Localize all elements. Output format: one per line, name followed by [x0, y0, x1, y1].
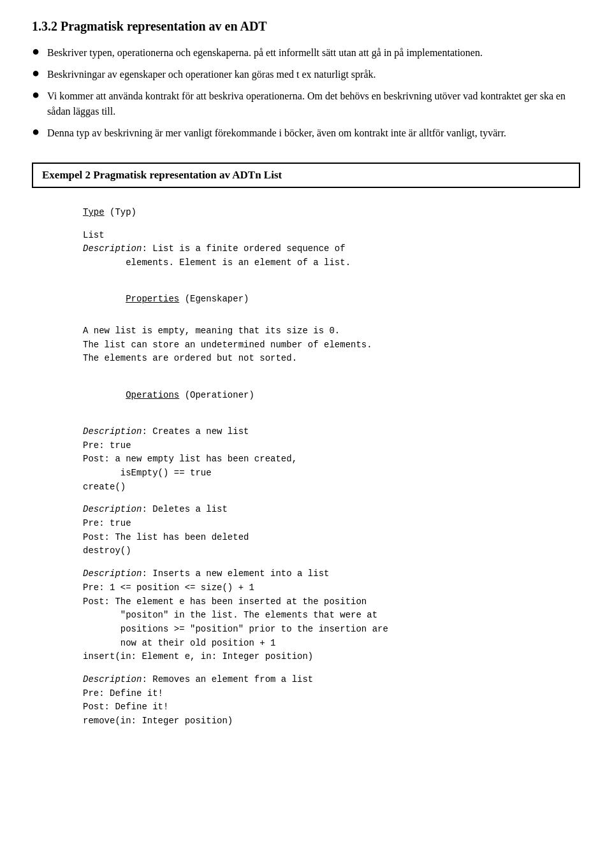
op1-desc-keyword: Description — [83, 426, 142, 437]
description-keyword: Description — [83, 243, 142, 254]
properties-block: Properties (Egenskaper) A new list is em… — [83, 279, 580, 366]
op2-desc-keyword: Description — [83, 504, 142, 514]
type-label: Type — [83, 207, 105, 217]
op4-block: Description: Removes an element from a l… — [83, 673, 580, 728]
type-comment: (Typ) — [110, 207, 136, 217]
bullet-text-1: Beskriver typen, operationerna och egens… — [47, 45, 483, 61]
op4-post: Post: Define it! — [83, 700, 580, 714]
op3-block: Description: Inserts a new element into … — [83, 567, 580, 664]
bullet-dot-4: ● — [32, 124, 40, 139]
operations-label: Operations — [126, 390, 179, 400]
bullet-text-4: Denna typ av beskrivning är mer vanligt … — [47, 126, 506, 141]
op3-pre: Pre: 1 <= position <= size() + 1 — [83, 581, 580, 595]
op3-description: Description: Inserts a new element into … — [83, 567, 580, 581]
op2-description: Description: Deletes a list — [83, 503, 580, 517]
op4-signature: remove(in: Integer position) — [83, 714, 580, 728]
operations-block: Operations (Operationer) — [83, 375, 580, 416]
op1-block: Description: Creates a new list Pre: tru… — [83, 425, 580, 494]
operations-label-line: Operations (Operationer) — [83, 375, 580, 416]
bullet-item-2: ● Beskrivningar av egenskaper och operat… — [32, 67, 580, 82]
bullet-item-1: ● Beskriver typen, operationerna och ege… — [32, 45, 580, 61]
bullet-item-4: ● Denna typ av beskrivning är mer vanlig… — [32, 126, 580, 141]
op4-pre: Pre: Define it! — [83, 687, 580, 701]
bullet-text-3: Vi kommer att använda kontrakt för att b… — [47, 89, 580, 119]
op2-signature: destroy() — [83, 544, 580, 558]
code-section: Type (Typ) List Description: List is a f… — [83, 206, 580, 728]
list-name-line: List — [83, 229, 580, 243]
section-heading: 1.3.2 Pragmatisk representation av en AD… — [32, 19, 580, 34]
op1-signature: create() — [83, 481, 580, 495]
bullet-dot-3: ● — [32, 87, 40, 102]
op3-post: Post: The element e has been inserted at… — [83, 595, 580, 651]
description-line: Description: List is a finite ordered se… — [83, 242, 580, 270]
example-box-title: Exempel 2 Pragmatisk representation av A… — [42, 169, 282, 181]
properties-label: Properties — [126, 294, 179, 304]
bullet-dot-2: ● — [32, 66, 40, 80]
op2-pre: Pre: true — [83, 517, 580, 531]
properties-comment: (Egenskaper) — [185, 294, 249, 304]
operations-comment: (Operationer) — [185, 390, 254, 400]
properties-label-line: Properties (Egenskaper) — [83, 279, 580, 321]
op4-description: Description: Removes an element from a l… — [83, 673, 580, 687]
op2-post: Post: The list has been deleted — [83, 531, 580, 545]
page-content: 1.3.2 Pragmatisk representation av en AD… — [32, 19, 580, 728]
properties-text: A new list is empty, meaning that its si… — [83, 324, 580, 366]
bullet-dot-1: ● — [32, 44, 40, 59]
op2-block: Description: Deletes a list Pre: true Po… — [83, 503, 580, 558]
bullet-section: ● Beskriver typen, operationerna och ege… — [32, 45, 580, 141]
type-block: Type (Typ) — [83, 206, 580, 220]
op1-pre: Pre: true — [83, 439, 580, 453]
bullet-item-3: ● Vi kommer att använda kontrakt för att… — [32, 89, 580, 119]
op4-desc-keyword: Description — [83, 674, 142, 684]
example-box: Exempel 2 Pragmatisk representation av A… — [32, 163, 580, 188]
op3-signature: insert(in: Element e, in: Integer positi… — [83, 650, 580, 664]
type-line: Type (Typ) — [83, 207, 136, 217]
op1-description: Description: Creates a new list — [83, 425, 580, 439]
op1-post: Post: a new empty list has been created,… — [83, 452, 580, 480]
op3-desc-keyword: Description — [83, 568, 142, 579]
bullet-text-2: Beskrivningar av egenskaper och operatio… — [47, 67, 375, 82]
list-description-block: List Description: List is a finite order… — [83, 229, 580, 270]
